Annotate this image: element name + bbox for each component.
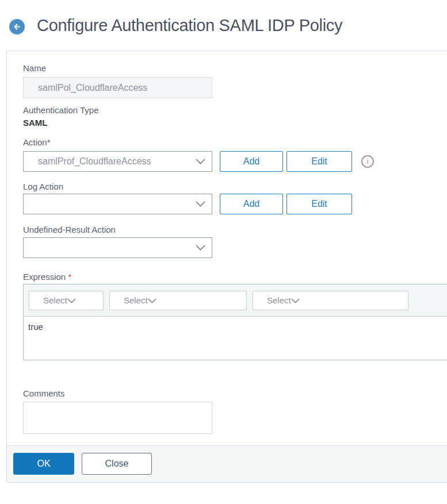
undefined-result-action-select[interactable] — [23, 237, 212, 258]
arrow-left-icon — [13, 22, 21, 31]
expression-operand-select-3[interactable]: Select — [253, 291, 408, 310]
form-content: Name Authentication Type SAML Action* sa… — [7, 51, 447, 434]
name-label: Name — [23, 63, 447, 73]
log-action-row: Add Edit — [23, 194, 447, 214]
action-edit-button[interactable]: Edit — [286, 151, 352, 172]
expression-toolbar: Select Select Select — [24, 284, 447, 317]
chevron-down-icon — [67, 295, 76, 305]
chevron-down-icon — [196, 243, 205, 253]
undefined-result-action-label: Undefined-Result Action — [23, 225, 447, 234]
page-header: Configure Authentication SAML IDP Policy — [0, 0, 447, 51]
comments-text-area[interactable] — [23, 402, 212, 434]
action-label: Action* — [23, 137, 447, 147]
page-title: Configure Authentication SAML IDP Policy — [37, 16, 342, 35]
chevron-down-icon — [291, 295, 300, 305]
footer-bar: OK Close — [7, 445, 447, 482]
form-panel: Name Authentication Type SAML Action* sa… — [6, 51, 447, 483]
expression-operand-select-2[interactable]: Select — [109, 291, 247, 310]
log-action-select[interactable] — [23, 194, 212, 214]
back-button[interactable] — [9, 19, 25, 34]
undefined-result-action-row — [23, 237, 447, 258]
action-add-button[interactable]: Add — [220, 151, 283, 172]
comments-label: Comments — [23, 388, 447, 398]
chevron-down-icon — [196, 199, 205, 209]
close-button[interactable]: Close — [82, 453, 152, 475]
ok-button[interactable]: OK — [13, 453, 74, 475]
action-row: samlProf_CloudflareAccess Add Edit i — [23, 151, 447, 172]
required-asterisk: * — [68, 272, 71, 282]
expression-label-text: Expression — [23, 272, 66, 282]
action-select-value: samlProf_CloudflareAccess — [38, 156, 151, 167]
expression-text-area[interactable]: true — [24, 317, 447, 360]
expression-select-1-value: Select — [43, 295, 67, 305]
auth-type-value: SAML — [23, 118, 447, 128]
expression-editor: Select Select Select — [23, 284, 447, 360]
name-input[interactable] — [23, 77, 212, 98]
log-action-label: Log Action — [23, 182, 447, 191]
expression-label: Expression * — [23, 272, 447, 282]
log-action-add-button[interactable]: Add — [220, 194, 283, 214]
comments-field: Comments — [23, 388, 447, 434]
log-action-edit-button[interactable]: Edit — [286, 194, 352, 214]
chevron-down-icon — [148, 295, 156, 305]
expression-select-3-value: Select — [267, 295, 291, 305]
info-glyph: i — [367, 156, 369, 167]
chevron-down-icon — [196, 156, 205, 167]
expression-select-2-value: Select — [124, 295, 148, 305]
info-icon[interactable]: i — [361, 155, 374, 168]
auth-type-label: Authentication Type — [23, 105, 447, 115]
expression-operand-select-1[interactable]: Select — [29, 291, 104, 310]
action-select[interactable]: samlProf_CloudflareAccess — [23, 151, 212, 172]
